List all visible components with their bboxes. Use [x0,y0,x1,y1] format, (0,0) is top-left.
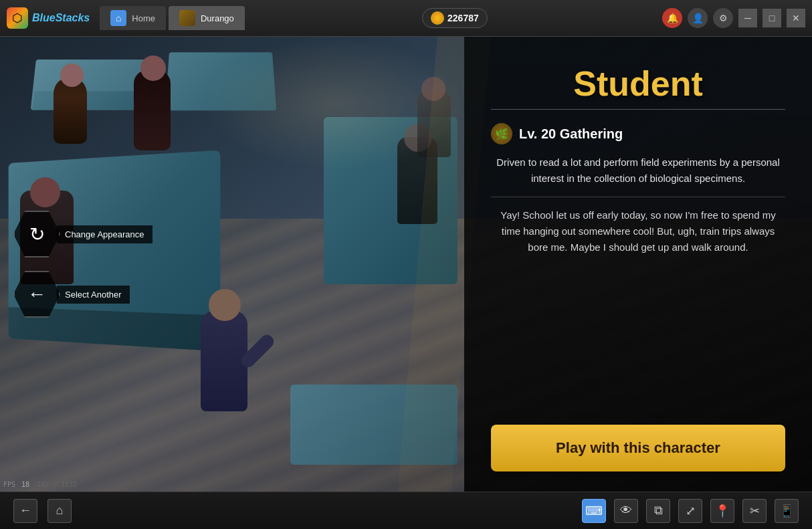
fullscreen-button[interactable]: ⤢ [678,499,702,523]
keyboard-button[interactable]: ⌨ [582,499,606,523]
stat-icon: 🌿 [491,123,512,144]
left-buttons: ↻ Change Appearance ← Select Another [13,211,153,318]
toolbar-right: ⌨ 👁 ⧉ ⤢ 📍 ✂ 📱 [582,499,799,523]
close-button[interactable]: ✕ [787,9,805,27]
select-another-btn[interactable]: ← Select Another [13,271,153,318]
scissors-button[interactable]: ✂ [742,499,767,523]
game-tab[interactable]: Durango [169,6,245,30]
location-button[interactable]: 📍 [710,499,734,523]
info-panel: Student 🌿 Lv. 20 Gathering Driven to rea… [464,37,812,492]
back-button[interactable]: ← [13,499,37,523]
char-head-2 [140,56,166,81]
change-appearance-icon: ↻ [13,211,60,257]
titlebar-controls: 🔔 👤 ⚙ ─ □ ✕ [662,8,805,28]
stat-row: 🌿 Lv. 20 Gathering [491,123,785,144]
section-divider [491,197,785,197]
change-appearance-btn[interactable]: ↻ Change Appearance [13,211,153,257]
character-flavor-text: Yay! School let us off early today, so n… [491,207,785,255]
minimize-button[interactable]: ─ [738,9,757,27]
coin-amount: 226787 [447,13,479,23]
toolbar-left: ← ⌂ [13,499,72,523]
home-tab-label: Home [132,13,155,23]
main-character-head [209,289,241,321]
character-title: Student [491,64,785,104]
home-tab-icon: ⌂ [110,10,126,26]
game-tab-icon [179,10,195,26]
profile-button[interactable]: 👤 [688,8,708,28]
eye-button[interactable]: 👁 [614,499,638,523]
change-appearance-label: Change Appearance [57,225,153,243]
coin-icon [431,11,444,25]
seated-char-head-1 [30,177,60,207]
coin-display: 226787 [422,8,488,28]
settings-button[interactable]: ⚙ [713,8,733,28]
stat-label: Lv. 20 Gathering [519,126,623,142]
fps-label: FPS [3,481,15,488]
bluestacks-logo-text: BlueStacks [32,12,90,24]
mem-value: 182 / 1832 [37,481,77,488]
phone-button[interactable]: 📱 [775,499,799,523]
maximize-button[interactable]: □ [763,9,781,27]
select-another-label: Select Another [57,286,130,304]
char-head-1 [60,64,84,87]
char-figure-1 [54,77,87,144]
title-divider [491,109,785,110]
fps-display: FPS 18 182 / 1832 [3,481,77,488]
play-button[interactable]: Play with this character [491,425,785,471]
character-description: Driven to read a lot and perform field e… [491,154,785,187]
home-tab[interactable]: ⌂ Home [100,6,166,30]
bluestacks-logo: ⬡ BlueStacks [7,7,90,29]
bottom-toolbar: ← ⌂ ⌨ 👁 ⧉ ⤢ 📍 ✂ 📱 [0,492,812,529]
notification-button[interactable]: 🔔 [662,8,682,28]
game-tab-label: Durango [201,13,234,23]
char-figure-2 [134,70,171,150]
game-area: ↻ Change Appearance ← Select Another Stu… [0,37,812,492]
bluestacks-logo-icon: ⬡ [7,7,28,29]
multiwindow-button[interactable]: ⧉ [646,499,670,523]
fps-value: 18 [21,481,29,488]
home-button[interactable]: ⌂ [47,499,72,523]
titlebar: ⬡ BlueStacks ⌂ Home Durango 226787 🔔 👤 ⚙… [0,0,812,37]
select-another-icon: ← [13,271,60,318]
titlebar-center: 226787 [247,8,662,28]
